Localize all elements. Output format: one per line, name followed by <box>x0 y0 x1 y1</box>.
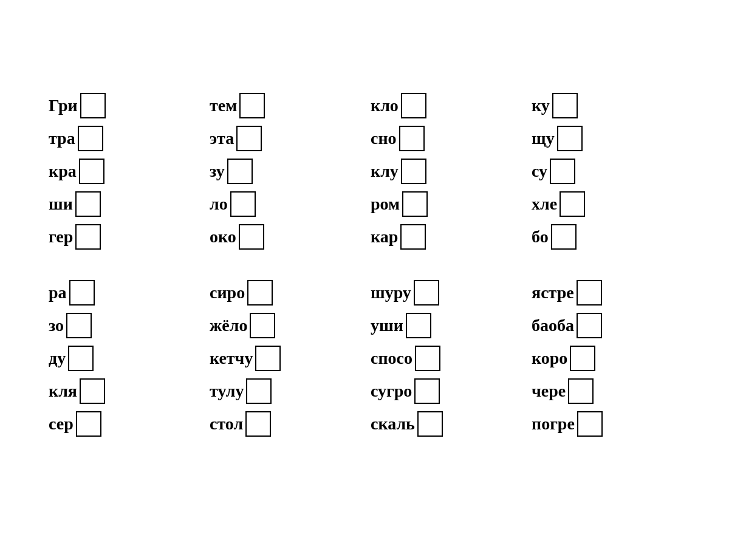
prefix-text: чере <box>532 381 566 401</box>
word-item: спосо <box>371 346 519 371</box>
answer-box[interactable] <box>552 93 578 118</box>
answer-box[interactable] <box>227 159 253 184</box>
answer-box[interactable] <box>414 378 440 404</box>
section-1: разодуклясерсирожёлокетчутулустолшурууши… <box>49 280 680 437</box>
prefix-text: сно <box>371 129 397 148</box>
prefix-text: ду <box>49 349 66 368</box>
answer-box[interactable] <box>239 224 264 250</box>
prefix-text: кра <box>49 162 77 181</box>
prefix-text: сугро <box>371 381 412 401</box>
word-item: зо <box>49 313 197 338</box>
answer-box[interactable] <box>68 346 94 371</box>
prefix-text: ром <box>371 194 400 214</box>
prefix-text: ястре <box>532 283 574 302</box>
word-item: жёло <box>210 313 358 338</box>
answer-box[interactable] <box>570 346 595 371</box>
word-item: сиро <box>210 280 358 306</box>
prefix-text: ку <box>532 96 550 115</box>
word-item: коро <box>532 346 680 371</box>
answer-box[interactable] <box>577 280 602 306</box>
word-item: кло <box>371 93 519 118</box>
answer-box[interactable] <box>66 313 92 338</box>
prefix-text: спосо <box>371 349 412 368</box>
answer-box[interactable] <box>250 313 275 338</box>
word-item: кля <box>49 378 197 404</box>
word-item: кар <box>371 224 519 250</box>
column-0-0: Гритракрашигер <box>49 93 197 250</box>
word-item: погре <box>532 411 680 437</box>
answer-box[interactable] <box>401 159 426 184</box>
word-item: кра <box>49 159 197 184</box>
word-item: ло <box>210 191 358 217</box>
answer-box[interactable] <box>577 411 603 437</box>
prefix-text: зо <box>49 316 64 335</box>
prefix-text: ра <box>49 283 67 302</box>
prefix-text: су <box>532 162 547 181</box>
answer-box[interactable] <box>568 378 594 404</box>
answer-box[interactable] <box>247 280 273 306</box>
answer-box[interactable] <box>76 411 101 437</box>
prefix-text: кар <box>371 227 398 247</box>
column-1-2: шуруушиспососугроскаль <box>371 280 519 437</box>
prefix-text: шуру <box>371 283 411 302</box>
section-0: Гритракрашигертемэтазулоококлосноклуромк… <box>49 93 680 250</box>
answer-box[interactable] <box>80 378 105 404</box>
prefix-text: бо <box>532 227 549 247</box>
answer-box[interactable] <box>239 93 265 118</box>
prefix-text: гер <box>49 227 73 247</box>
word-item: клу <box>371 159 519 184</box>
word-item: су <box>532 159 680 184</box>
prefix-text: тем <box>210 96 237 115</box>
answer-box[interactable] <box>78 126 103 151</box>
page: Гритракрашигертемэтазулоококлосноклуромк… <box>30 69 699 491</box>
answer-box[interactable] <box>406 313 431 338</box>
answer-box[interactable] <box>551 224 577 250</box>
column-1-0: разодуклясер <box>49 280 197 437</box>
answer-box[interactable] <box>75 224 101 250</box>
word-item: хле <box>532 191 680 217</box>
answer-box[interactable] <box>401 93 426 118</box>
word-item: сугро <box>371 378 519 404</box>
answer-box[interactable] <box>80 93 106 118</box>
answer-box[interactable] <box>79 159 104 184</box>
answer-box[interactable] <box>560 191 585 217</box>
word-item: ра <box>49 280 197 306</box>
answer-box[interactable] <box>246 378 272 404</box>
word-item: уши <box>371 313 519 338</box>
prefix-text: клу <box>371 162 399 181</box>
answer-box[interactable] <box>230 191 256 217</box>
column-0-3: кущусухлебо <box>532 93 680 250</box>
prefix-text: скаль <box>371 414 415 434</box>
answer-box[interactable] <box>75 191 101 217</box>
prefix-text: хле <box>532 194 557 214</box>
answer-box[interactable] <box>400 224 426 250</box>
word-item: ку <box>532 93 680 118</box>
prefix-text: бaoба <box>532 316 574 335</box>
answer-box[interactable] <box>255 346 281 371</box>
prefix-text: око <box>210 227 236 247</box>
prefix-text: кетчу <box>210 349 253 368</box>
answer-box[interactable] <box>236 126 262 151</box>
prefix-text: тулу <box>210 381 244 401</box>
answer-box[interactable] <box>417 411 443 437</box>
answer-box[interactable] <box>69 280 95 306</box>
word-item: око <box>210 224 358 250</box>
word-item: сно <box>371 126 519 151</box>
prefix-text: кло <box>371 96 399 115</box>
answer-box[interactable] <box>402 191 428 217</box>
word-item: шуру <box>371 280 519 306</box>
answer-box[interactable] <box>415 346 440 371</box>
word-item: бо <box>532 224 680 250</box>
word-item: тра <box>49 126 197 151</box>
word-item: ду <box>49 346 197 371</box>
word-item: щу <box>532 126 680 151</box>
answer-box[interactable] <box>399 126 425 151</box>
answer-box[interactable] <box>557 126 583 151</box>
answer-box[interactable] <box>414 280 439 306</box>
answer-box[interactable] <box>245 411 271 437</box>
prefix-text: погре <box>532 414 575 434</box>
prefix-text: коро <box>532 349 567 368</box>
answer-box[interactable] <box>550 159 575 184</box>
answer-box[interactable] <box>577 313 602 338</box>
word-item: сер <box>49 411 197 437</box>
